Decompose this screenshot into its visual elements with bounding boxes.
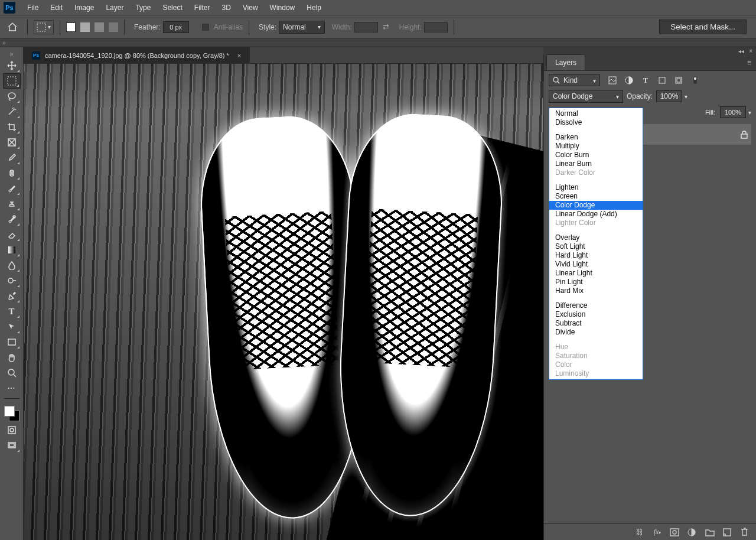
brush-tool[interactable]: [3, 181, 21, 196]
marquee-tool[interactable]: [3, 73, 21, 89]
selection-subtract-icon[interactable]: [94, 22, 104, 32]
eraser-tool[interactable]: [3, 227, 21, 242]
feather-input[interactable]: [163, 21, 189, 33]
blend-option-divide[interactable]: Divide: [549, 328, 643, 337]
style-value: Normal: [283, 23, 306, 31]
close-panel-group-icon[interactable]: ×: [749, 48, 752, 54]
menu-view[interactable]: View: [237, 0, 264, 15]
layers-tab[interactable]: Layers: [546, 54, 585, 70]
clone-stamp-tool[interactable]: [3, 196, 21, 212]
menu-select[interactable]: Select: [157, 0, 188, 15]
path-selection-tool[interactable]: [3, 319, 21, 334]
blend-option-screen[interactable]: Screen: [549, 192, 643, 201]
quick-mask-toggle[interactable]: [3, 422, 21, 438]
panel-menu-icon[interactable]: ≡: [742, 55, 756, 70]
blend-option-dissolve[interactable]: Dissolve: [549, 118, 643, 127]
screen-mode-button[interactable]: [3, 438, 21, 453]
selection-add-icon[interactable]: [80, 22, 90, 32]
menu-window[interactable]: Window: [264, 0, 301, 15]
opacity-label: Opacity:: [627, 92, 653, 100]
frame-tool[interactable]: [3, 135, 21, 150]
blend-option-vivid-light[interactable]: Vivid Light: [549, 260, 643, 269]
link-layers-icon[interactable]: ⛓: [634, 528, 645, 536]
type-tool[interactable]: T: [3, 304, 21, 319]
blend-option-normal[interactable]: Normal: [549, 109, 643, 118]
menu-image[interactable]: Image: [69, 0, 100, 15]
filter-adjustment-icon[interactable]: [624, 75, 634, 86]
filter-shape-icon[interactable]: [657, 75, 667, 86]
collapse-panel-icon[interactable]: ◂◂: [738, 48, 744, 54]
layer-filter-dropdown[interactable]: Kind ▾: [549, 74, 600, 86]
menu-help[interactable]: Help: [301, 0, 327, 15]
fill-control[interactable]: 100% ▾: [720, 106, 751, 118]
opacity-control[interactable]: 100% ▾: [656, 90, 687, 102]
close-tab-icon[interactable]: ×: [237, 52, 241, 59]
magic-wand-tool[interactable]: [3, 104, 21, 119]
blend-mode-menu[interactable]: NormalDissolveDarkenMultiplyColor BurnLi…: [549, 108, 643, 380]
rectangle-tool[interactable]: [3, 334, 21, 350]
layer-style-icon[interactable]: fx▾: [652, 528, 663, 536]
blend-option-lighten[interactable]: Lighten: [549, 183, 643, 192]
healing-brush-tool[interactable]: [3, 165, 21, 181]
blend-option-subtract[interactable]: Subtract: [549, 319, 643, 328]
blend-option-linear-dodge-add-[interactable]: Linear Dodge (Add): [549, 210, 643, 219]
blend-mode-dropdown[interactable]: Color Dodge ▾: [549, 90, 623, 103]
blend-option-overlay[interactable]: Overlay: [549, 233, 643, 242]
eyedropper-tool[interactable]: [3, 150, 21, 165]
style-dropdown[interactable]: Normal ▾: [279, 21, 325, 34]
layer-filter-icons: T: [607, 75, 700, 86]
zoom-tool[interactable]: [3, 365, 21, 380]
blend-option-multiply[interactable]: Multiply: [549, 142, 643, 151]
new-layer-icon[interactable]: [723, 528, 734, 536]
filter-pixel-icon[interactable]: [607, 75, 618, 86]
menu-3d[interactable]: 3D: [216, 0, 236, 15]
filter-smartobject-icon[interactable]: [673, 75, 684, 86]
blend-option-linear-burn[interactable]: Linear Burn: [549, 160, 643, 168]
blend-option-soft-light[interactable]: Soft Light: [549, 242, 643, 251]
document-tab[interactable]: Ps camera-1840054_1920.jpg @ 80% (Backgr…: [24, 47, 250, 63]
move-tool[interactable]: [3, 58, 21, 73]
blur-tool[interactable]: [3, 258, 21, 273]
dodge-tool[interactable]: [3, 273, 21, 288]
filter-type-icon[interactable]: T: [640, 75, 651, 86]
blend-option-hard-light[interactable]: Hard Light: [549, 251, 643, 260]
layer-mask-icon[interactable]: [670, 528, 680, 536]
selection-intersect-icon[interactable]: [109, 22, 118, 32]
menu-edit[interactable]: Edit: [44, 0, 69, 15]
pen-tool[interactable]: [3, 288, 21, 304]
menu-layer[interactable]: Layer: [100, 0, 129, 15]
home-button[interactable]: [4, 18, 21, 36]
menu-type[interactable]: Type: [129, 0, 157, 15]
blend-option-pin-light[interactable]: Pin Light: [549, 278, 643, 287]
blend-option-hard-mix[interactable]: Hard Mix: [549, 287, 643, 295]
marquee-tool-indicator[interactable]: ▾: [34, 20, 54, 34]
crop-tool[interactable]: [3, 119, 21, 135]
canvas[interactable]: [24, 64, 543, 540]
gradient-tool[interactable]: [3, 242, 21, 258]
adjustment-layer-icon[interactable]: [687, 528, 698, 536]
expand-tools-icon[interactable]: »: [3, 50, 21, 58]
selection-new-icon[interactable]: [66, 22, 76, 32]
menu-file[interactable]: File: [21, 0, 44, 15]
double-chevron-icon[interactable]: »: [2, 40, 6, 46]
foreground-background-colors[interactable]: [3, 405, 21, 422]
menu-filter[interactable]: Filter: [188, 0, 216, 15]
select-and-mask-button[interactable]: Select and Mask...: [659, 19, 747, 34]
filter-toggle-icon[interactable]: [690, 75, 700, 86]
blend-option-color-burn[interactable]: Color Burn: [549, 151, 643, 160]
edit-toolbar-button[interactable]: ···: [3, 380, 21, 396]
blend-option-difference[interactable]: Difference: [549, 301, 643, 310]
blend-option-color-dodge[interactable]: Color Dodge: [549, 201, 643, 210]
svg-rect-19: [677, 79, 680, 82]
lock-indicator-icon: [741, 131, 748, 139]
history-brush-tool[interactable]: [3, 212, 21, 227]
blend-option-darken[interactable]: Darken: [549, 133, 643, 142]
blend-opacity-row: Color Dodge ▾ Opacity: 100% ▾: [549, 90, 751, 103]
layers-panel: Layers ≡ Kind ▾ T: [543, 54, 756, 540]
blend-option-linear-light[interactable]: Linear Light: [549, 269, 643, 278]
blend-option-exclusion[interactable]: Exclusion: [549, 310, 643, 319]
delete-layer-icon[interactable]: [741, 528, 751, 536]
lasso-tool[interactable]: [3, 89, 21, 104]
hand-tool[interactable]: [3, 350, 21, 365]
layer-group-icon[interactable]: [705, 528, 716, 536]
